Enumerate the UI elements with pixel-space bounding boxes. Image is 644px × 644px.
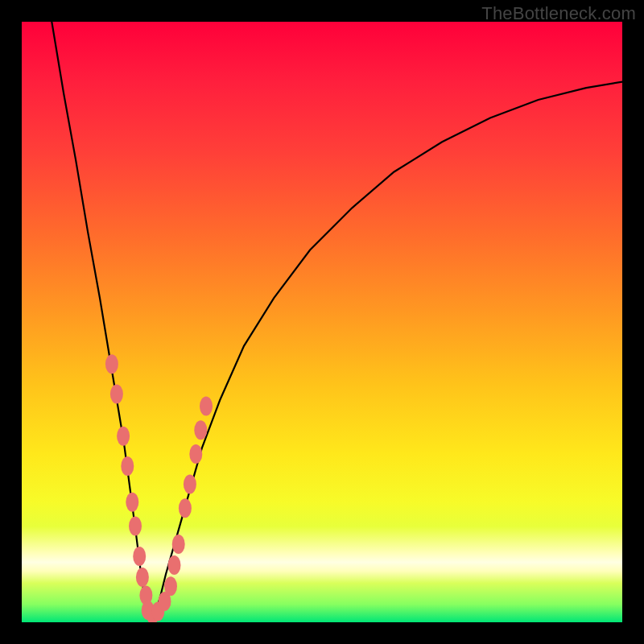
- data-dot: [200, 396, 213, 415]
- data-dot: [121, 456, 134, 476]
- data-dot: [172, 535, 185, 554]
- data-dot: [184, 474, 196, 493]
- data-dot: [179, 498, 192, 518]
- data-dot: [133, 547, 146, 566]
- data-dot: [136, 568, 149, 587]
- data-dot: [105, 354, 118, 374]
- data-dot: [189, 444, 202, 464]
- data-dot: [117, 427, 130, 446]
- bottleneck-curve-svg: [22, 22, 622, 622]
- data-dot: [129, 517, 142, 536]
- data-dot: [126, 493, 138, 512]
- data-dot: [168, 555, 181, 575]
- data-dot: [110, 385, 123, 404]
- plot-area: [22, 22, 622, 622]
- chart-frame: TheBottleneck.com: [0, 0, 644, 644]
- data-dots: [105, 354, 213, 622]
- data-dot: [194, 420, 207, 440]
- data-dot: [164, 576, 177, 596]
